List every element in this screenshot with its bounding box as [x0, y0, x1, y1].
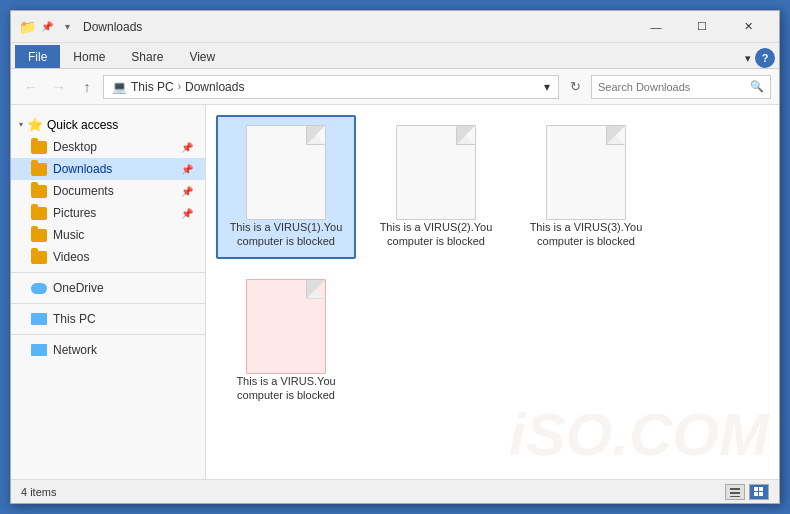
path-thispc-icon: 💻 — [112, 80, 127, 94]
sidebar-item-videos[interactable]: Videos — [11, 246, 205, 268]
title-bar: 📁 📌 ▾ Downloads — ☐ ✕ — [11, 11, 779, 43]
downloads-pin-icon: 📌 — [181, 164, 193, 175]
pictures-folder-icon — [31, 207, 47, 220]
pin-title-icon: 📌 — [39, 19, 55, 35]
sidebar-divider-2 — [11, 303, 205, 304]
sidebar-label-thispc: This PC — [53, 312, 96, 326]
status-bar: 4 items — [11, 479, 779, 503]
tab-file[interactable]: File — [15, 45, 60, 68]
quick-access-label: Quick access — [47, 118, 118, 132]
list-view-button[interactable] — [725, 484, 745, 500]
sidebar-item-music[interactable]: Music — [11, 224, 205, 246]
sidebar-item-pictures[interactable]: Pictures 📌 — [11, 202, 205, 224]
thispc-icon — [31, 313, 47, 325]
svg-rect-2 — [730, 496, 740, 497]
documents-folder-icon — [31, 185, 47, 198]
sidebar-label-onedrive: OneDrive — [53, 281, 104, 295]
path-thispc[interactable]: This PC — [131, 80, 174, 94]
file-name-3: This is a VIRUS(3).You computer is block… — [526, 220, 646, 249]
file-icon-4 — [246, 279, 326, 374]
sidebar-label-downloads: Downloads — [53, 162, 112, 176]
up-button[interactable]: ↑ — [75, 75, 99, 99]
path-sep-1: › — [178, 81, 181, 92]
file-item[interactable]: This is a VIRUS(1).You computer is block… — [216, 115, 356, 259]
back-button[interactable]: ← — [19, 75, 43, 99]
sidebar-item-thispc[interactable]: This PC — [11, 308, 205, 330]
status-bar-right — [725, 484, 769, 500]
ribbon-tabs: File Home Share View ▾ ? — [11, 43, 779, 69]
path-dropdown-icon[interactable]: ▾ — [544, 80, 550, 94]
pictures-pin-icon: 📌 — [181, 208, 193, 219]
file-item[interactable]: This is a VIRUS(3).You computer is block… — [516, 115, 656, 259]
sidebar-item-network[interactable]: Network — [11, 339, 205, 361]
documents-pin-icon: 📌 — [181, 186, 193, 197]
sidebar-divider-1 — [11, 272, 205, 273]
svg-rect-5 — [754, 492, 758, 496]
address-path[interactable]: 💻 This PC › Downloads ▾ — [103, 75, 559, 99]
forward-button[interactable]: → — [47, 75, 71, 99]
sidebar-item-downloads[interactable]: Downloads 📌 — [11, 158, 205, 180]
file-icon-3 — [546, 125, 626, 220]
file-area: iSO.COM This is a VIRUS(1).You computer … — [206, 105, 779, 479]
music-folder-icon — [31, 229, 47, 242]
search-input[interactable] — [598, 81, 746, 93]
help-button[interactable]: ? — [755, 48, 775, 68]
sidebar-item-desktop[interactable]: Desktop 📌 — [11, 136, 205, 158]
sidebar-label-pictures: Pictures — [53, 206, 96, 220]
folder-title-icon: 📁 — [19, 19, 35, 35]
sidebar-divider-3 — [11, 334, 205, 335]
desktop-pin-icon: 📌 — [181, 142, 193, 153]
close-button[interactable]: ✕ — [725, 11, 771, 43]
file-name-2: This is a VIRUS(2).You computer is block… — [376, 220, 496, 249]
dropdown-title-icon[interactable]: ▾ — [59, 19, 75, 35]
file-name-1: This is a VIRUS(1).You computer is block… — [226, 220, 346, 249]
path-downloads[interactable]: Downloads — [185, 80, 244, 94]
main-content: ▾ ⭐ Quick access Desktop 📌 Downloads 📌 D… — [11, 105, 779, 479]
tab-share[interactable]: Share — [118, 45, 176, 68]
ribbon-collapse-button[interactable]: ▾ — [745, 52, 751, 65]
quick-access-chevron: ▾ — [19, 120, 23, 129]
file-name-4: This is a VIRUS.You computer is blocked — [226, 374, 346, 403]
file-grid: This is a VIRUS(1).You computer is block… — [216, 115, 769, 412]
minimize-button[interactable]: — — [633, 11, 679, 43]
sidebar-item-onedrive[interactable]: OneDrive — [11, 277, 205, 299]
title-bar-icons: 📁 📌 ▾ — [19, 19, 75, 35]
tab-view[interactable]: View — [176, 45, 228, 68]
svg-rect-6 — [759, 492, 763, 496]
quick-access-header[interactable]: ▾ ⭐ Quick access — [11, 113, 205, 136]
downloads-folder-icon — [31, 163, 47, 176]
window-controls: — ☐ ✕ — [633, 11, 771, 43]
address-bar: ← → ↑ 💻 This PC › Downloads ▾ ↻ 🔍 — [11, 69, 779, 105]
svg-rect-3 — [754, 487, 758, 491]
file-icon-1 — [246, 125, 326, 220]
sidebar-label-documents: Documents — [53, 184, 114, 198]
item-count: 4 items — [21, 486, 56, 498]
onedrive-icon — [31, 283, 47, 294]
videos-folder-icon — [31, 251, 47, 264]
details-view-icon — [754, 487, 764, 497]
search-box[interactable]: 🔍 — [591, 75, 771, 99]
refresh-button[interactable]: ↻ — [563, 75, 587, 99]
search-icon: 🔍 — [750, 80, 764, 93]
quick-access-star-icon: ⭐ — [27, 117, 43, 132]
list-view-icon — [730, 487, 740, 497]
maximize-button[interactable]: ☐ — [679, 11, 725, 43]
network-icon — [31, 344, 47, 356]
sidebar-item-documents[interactable]: Documents 📌 — [11, 180, 205, 202]
sidebar-label-music: Music — [53, 228, 84, 242]
file-icon-2 — [396, 125, 476, 220]
svg-rect-1 — [730, 492, 740, 494]
svg-rect-4 — [759, 487, 763, 491]
file-item[interactable]: This is a VIRUS.You computer is blocked — [216, 269, 356, 413]
sidebar-label-videos: Videos — [53, 250, 89, 264]
sidebar-label-desktop: Desktop — [53, 140, 97, 154]
details-view-button[interactable] — [749, 484, 769, 500]
file-item[interactable]: This is a VIRUS(2).You computer is block… — [366, 115, 506, 259]
window-title: Downloads — [83, 20, 633, 34]
sidebar: ▾ ⭐ Quick access Desktop 📌 Downloads 📌 D… — [11, 105, 206, 479]
desktop-folder-icon — [31, 141, 47, 154]
svg-rect-0 — [730, 488, 740, 490]
sidebar-label-network: Network — [53, 343, 97, 357]
tab-home[interactable]: Home — [60, 45, 118, 68]
explorer-window: 📁 📌 ▾ Downloads — ☐ ✕ File Home Share Vi… — [10, 10, 780, 504]
